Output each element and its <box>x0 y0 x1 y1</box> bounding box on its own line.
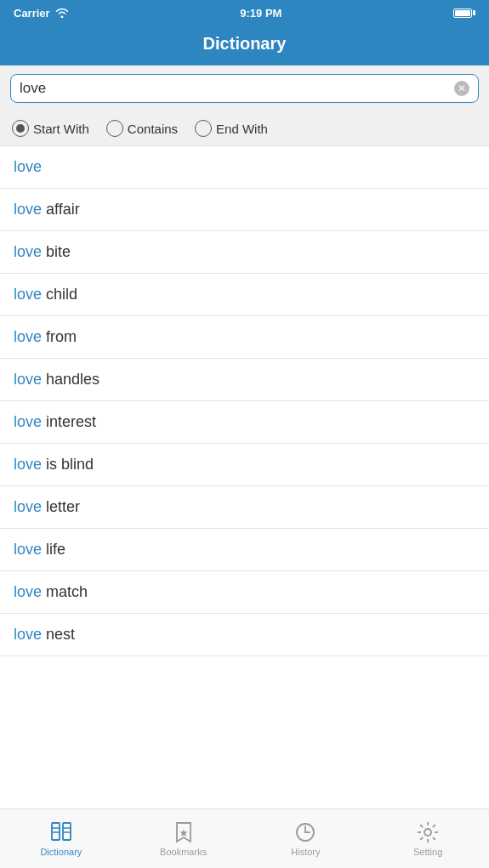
status-bar: Carrier 9:19 PM <box>0 0 489 26</box>
search-container: ✕ <box>0 65 489 111</box>
tab-bookmarks-label: Bookmarks <box>160 847 207 857</box>
list-item[interactable]: love affair <box>0 189 489 231</box>
svg-marker-6 <box>179 829 187 837</box>
navigation-bar: Dictionary <box>0 26 489 65</box>
word-rest: is blind <box>42 456 94 473</box>
tab-bookmarks[interactable]: Bookmarks <box>122 809 245 868</box>
word-rest: child <box>42 286 77 303</box>
tab-history-label: History <box>291 847 320 857</box>
word-rest: letter <box>42 498 80 515</box>
tab-dictionary[interactable]: Dictionary <box>0 809 122 868</box>
word-rest: from <box>42 328 77 345</box>
list-item[interactable]: love life <box>0 529 489 571</box>
list-item[interactable]: love handles <box>0 359 489 401</box>
carrier-wifi: Carrier <box>14 7 69 20</box>
filter-start-with[interactable]: Start With <box>12 120 89 137</box>
svg-line-17 <box>433 825 435 827</box>
svg-line-15 <box>420 825 423 827</box>
list-item[interactable]: love nest <box>0 614 489 656</box>
carrier-label: Carrier <box>14 7 50 20</box>
search-input-wrapper: ✕ <box>10 74 479 103</box>
list-item[interactable]: love child <box>0 274 489 316</box>
word-highlight: love <box>14 328 42 345</box>
filter-contains[interactable]: Contains <box>106 120 178 137</box>
word-highlight: love <box>14 583 42 600</box>
word-rest: nest <box>42 626 75 643</box>
bookmarks-icon <box>172 820 196 844</box>
list-item[interactable]: love match <box>0 571 489 614</box>
list-item[interactable]: love interest <box>0 401 489 444</box>
word-highlight: love <box>14 498 42 515</box>
word-highlight: love <box>14 456 42 473</box>
word-highlight: love <box>14 541 42 558</box>
filter-end-with[interactable]: End With <box>195 120 268 137</box>
word-rest: interest <box>42 413 96 430</box>
list-item[interactable]: love is blind <box>0 444 489 486</box>
svg-line-16 <box>433 837 435 840</box>
word-highlight: love <box>14 286 42 303</box>
page-title: Dictionary <box>203 34 287 53</box>
svg-rect-0 <box>52 823 60 840</box>
word-highlight: love <box>14 158 42 175</box>
filter-start-with-label: Start With <box>33 122 89 136</box>
list-item[interactable]: love from <box>0 316 489 359</box>
radio-end-with[interactable] <box>195 120 212 137</box>
time-label: 9:19 PM <box>240 7 281 20</box>
filter-end-with-label: End With <box>216 122 268 136</box>
word-rest: handles <box>42 371 100 388</box>
word-highlight: love <box>14 371 42 388</box>
tab-setting-label: Setting <box>413 847 442 857</box>
dictionary-icon <box>49 820 73 844</box>
history-icon <box>293 820 317 844</box>
list-item[interactable]: love <box>0 146 489 189</box>
word-highlight: love <box>14 201 42 218</box>
tab-bar: Dictionary Bookmarks History <box>0 808 489 868</box>
search-input[interactable] <box>20 80 454 97</box>
list-item[interactable]: love letter <box>0 486 489 529</box>
svg-line-18 <box>420 837 423 840</box>
svg-rect-1 <box>63 823 71 840</box>
list-item[interactable]: love bite <box>0 231 489 274</box>
word-rest: match <box>42 583 88 600</box>
word-rest: affair <box>42 201 80 218</box>
word-rest: bite <box>42 243 71 260</box>
tab-history[interactable]: History <box>245 809 367 868</box>
word-list: lovelove affairlove bitelove childlove f… <box>0 146 489 808</box>
word-highlight: love <box>14 243 42 260</box>
radio-contains[interactable] <box>106 120 123 137</box>
svg-point-10 <box>424 829 431 836</box>
filter-contains-label: Contains <box>128 122 178 136</box>
tab-setting[interactable]: Setting <box>367 809 489 868</box>
battery-icon <box>453 9 475 18</box>
word-rest: life <box>42 541 65 558</box>
radio-start-with[interactable] <box>12 120 29 137</box>
setting-icon <box>416 820 440 844</box>
wifi-icon <box>55 8 69 18</box>
word-highlight: love <box>14 413 42 430</box>
tab-dictionary-label: Dictionary <box>40 847 82 857</box>
filter-options: Start With Contains End With <box>0 111 489 146</box>
word-highlight: love <box>14 626 42 643</box>
clear-button[interactable]: ✕ <box>454 81 469 96</box>
